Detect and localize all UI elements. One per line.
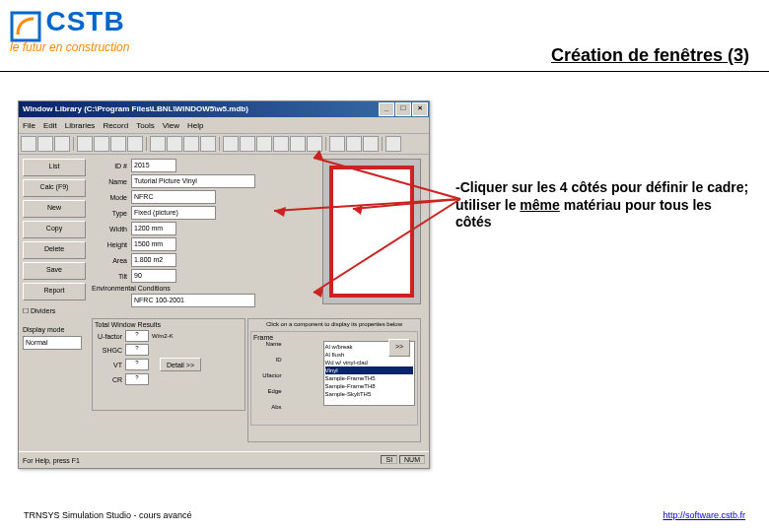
form-area: ID #2015 NameTutorial Picture Vinyl Mode…	[90, 155, 429, 454]
titlebar-buttons: _ □ ×	[379, 101, 429, 117]
status-units: SI	[381, 455, 397, 464]
left-panel: List Calc (F9) New Copy Delete Save Repo…	[19, 155, 90, 454]
frame-id-label: ID	[253, 357, 282, 363]
shgc-label: SHGC	[95, 347, 122, 354]
toolbar-icon[interactable]	[329, 136, 345, 152]
maximize-button[interactable]: □	[395, 102, 411, 116]
list-item-selected[interactable]: Vinyl	[325, 366, 413, 374]
menu-edit[interactable]: Edit	[43, 121, 57, 130]
toolbar-icon[interactable]	[346, 136, 362, 152]
name-label: Name	[92, 178, 127, 185]
width-label: Width	[92, 226, 127, 233]
toolbar-separator	[146, 137, 147, 151]
toolbar-icon[interactable]	[240, 136, 255, 152]
toolbar-icon[interactable]	[127, 136, 143, 152]
toolbar-icon[interactable]	[54, 136, 70, 152]
add-frame-button[interactable]: >>	[388, 339, 410, 357]
env-select[interactable]: NFRC 100-2001	[131, 294, 255, 307]
tilt-field[interactable]: 90	[131, 269, 176, 283]
ufactor-unit: W/m2-K	[152, 333, 174, 339]
statusbar: For Help, press F1 SI NUM	[19, 451, 429, 468]
vt-value: ?	[125, 359, 149, 370]
area-field[interactable]: 1.800 m2	[131, 253, 176, 267]
ufactor-value: ?	[125, 330, 149, 342]
toolbar-icon[interactable]	[363, 136, 379, 152]
type-select[interactable]: Fixed (picture)	[131, 206, 216, 220]
cr-value: ?	[125, 373, 149, 385]
nav-next-icon[interactable]	[183, 136, 199, 152]
list-button[interactable]: List	[23, 159, 86, 176]
toolbar-icon[interactable]	[273, 136, 289, 152]
frame-abs-label: Abs	[253, 404, 282, 410]
id-label: ID #	[92, 163, 127, 169]
vt-label: VT	[95, 362, 122, 368]
preview-frame[interactable]	[329, 166, 414, 298]
cr-label: CR	[95, 376, 122, 383]
save-button[interactable]: Save	[23, 262, 86, 280]
status-help: For Help, press F1	[23, 457, 80, 464]
logo-icon	[10, 11, 41, 42]
main-area: List Calc (F9) New Copy Delete Save Repo…	[19, 155, 429, 454]
titlebar: Window Library (C:\Program Files\LBNL\WI…	[19, 101, 429, 117]
toolbar-icon[interactable]	[37, 136, 53, 152]
toolbar-icon[interactable]	[307, 136, 322, 152]
id-field[interactable]: 2015	[131, 159, 176, 172]
slide-header: CSTB le futur en construction Création d…	[0, 0, 769, 72]
help-icon[interactable]	[385, 136, 401, 152]
toolbar-icon[interactable]	[223, 136, 239, 152]
dividers-label: Dividers	[31, 307, 55, 314]
menu-libraries[interactable]: Libraries	[65, 121, 96, 130]
list-item[interactable]: Sample-FrameTH5	[325, 374, 413, 382]
height-label: Height	[92, 241, 127, 248]
toolbar-icon[interactable]	[290, 136, 306, 152]
frame-ufactor-label: Ufactor	[253, 372, 282, 378]
height-field[interactable]: 1500 mm	[131, 237, 176, 251]
frame-edge-label: Edge	[253, 388, 282, 394]
toolbar-icon[interactable]	[94, 136, 109, 152]
nav-prev-icon[interactable]	[167, 136, 182, 152]
new-button[interactable]: New	[23, 200, 86, 218]
toolbar-icon[interactable]	[77, 136, 93, 152]
tilt-label: Tilt	[92, 273, 127, 280]
copy-button[interactable]: Copy	[23, 221, 86, 238]
menubar: File Edit Libraries Record Tools View He…	[19, 117, 429, 134]
menu-file[interactable]: File	[23, 121, 35, 130]
report-button[interactable]: Report	[23, 283, 86, 300]
dividers-checkbox[interactable]: ☐ Dividers	[23, 307, 86, 315]
titlebar-text: Window Library (C:\Program Files\LBNL\WI…	[23, 101, 248, 117]
list-item[interactable]: Sample-FrameTH8	[325, 382, 413, 390]
logo-text: CSTB	[45, 6, 124, 36]
window-preview[interactable]	[322, 159, 421, 304]
calc-button[interactable]: Calc (F9)	[23, 179, 86, 197]
menu-tools[interactable]: Tools	[136, 121, 155, 130]
name-field[interactable]: Tutorial Picture Vinyl	[131, 174, 255, 188]
toolbar-separator	[325, 137, 326, 151]
minimize-button[interactable]: _	[379, 102, 394, 116]
close-button[interactable]: ×	[412, 102, 428, 116]
width-field[interactable]: 1200 mm	[131, 222, 176, 235]
instruction-emphasis: même	[520, 197, 559, 213]
toolbar-separator	[219, 137, 220, 151]
nav-first-icon[interactable]	[150, 136, 166, 152]
shgc-value: ?	[125, 344, 149, 356]
list-item[interactable]: Wd w/ vinyl-clad	[325, 359, 413, 366]
menu-help[interactable]: Help	[187, 121, 203, 130]
list-item[interactable]: Sample-SkyltTH5	[325, 390, 413, 398]
slide-title: Création de fenêtres (3)	[551, 45, 749, 66]
display-mode-select[interactable]: Normal	[23, 336, 82, 350]
status-numlock: NUM	[399, 455, 425, 464]
results-title: Total Window Results	[95, 321, 243, 328]
menu-record[interactable]: Record	[103, 121, 128, 130]
footer-link[interactable]: http://software.cstb.fr	[663, 510, 745, 520]
toolbar-icon[interactable]	[110, 136, 126, 152]
toolbar-icon[interactable]	[256, 136, 272, 152]
menu-view[interactable]: View	[163, 121, 179, 130]
frame-panel: Click on a component to display its prop…	[247, 318, 421, 442]
mode-select[interactable]: NFRC	[131, 190, 216, 204]
detail-button[interactable]: Detail >>	[160, 358, 201, 371]
instruction-text: -Cliquer sur les 4 côtés pour définir le…	[455, 179, 751, 232]
nav-last-icon[interactable]	[200, 136, 216, 152]
type-label: Type	[92, 210, 127, 217]
delete-button[interactable]: Delete	[23, 241, 86, 259]
toolbar-icon[interactable]	[21, 136, 36, 152]
